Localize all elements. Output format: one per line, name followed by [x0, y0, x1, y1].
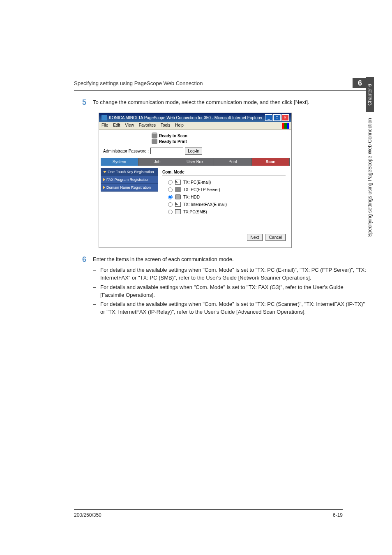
menu-help[interactable]: Help — [175, 123, 184, 129]
minimize-button[interactable]: _ — [265, 114, 272, 121]
footer-model: 200/250/350 — [74, 512, 101, 518]
menu-favorites[interactable]: Favorites — [139, 123, 156, 129]
radio-tx-hdd[interactable] — [168, 195, 173, 199]
side-tab: Chapter 6 Specifying settings using Page… — [365, 77, 375, 243]
menu-view[interactable]: View — [125, 123, 134, 129]
ie-icon — [101, 115, 107, 120]
tab-scan[interactable]: Scan — [252, 158, 290, 166]
page-footer: 200/250/350 6-19 — [74, 509, 343, 518]
cancel-button[interactable]: Cancel — [265, 234, 286, 241]
titlebar: KONICA MINOLTA PageScope Web Connection … — [99, 113, 291, 122]
step-text-5: To change the communication mode, select… — [93, 98, 309, 107]
next-button[interactable]: Next — [247, 234, 263, 241]
smb-icon — [175, 209, 181, 214]
radio-tx-pc-ftp[interactable] — [168, 187, 173, 192]
hdd-icon — [175, 194, 181, 199]
login-button[interactable]: Log-in — [185, 147, 202, 155]
ie-flag-icon — [282, 123, 289, 129]
admin-password-label: Administrator Password : — [103, 149, 149, 153]
printer-icon — [152, 139, 157, 144]
ie-menubar: File Edit View Favorites Tools Help — [99, 122, 291, 130]
chevron-down-icon — [103, 171, 106, 173]
step6-bullet-3: For details and the available settings w… — [93, 301, 367, 316]
side-chapter-title: Specifying settings using PageScope Web … — [366, 112, 374, 243]
sidebar-item-onetouch[interactable]: One-Touch Key Registration — [101, 168, 158, 176]
chevron-right-icon — [103, 186, 105, 189]
tab-job[interactable]: Job — [138, 158, 176, 166]
step-text-6: Enter the items in the screen of each co… — [93, 255, 234, 264]
page-header: Specifying settings using PageScope Web … — [74, 78, 367, 91]
sidebar-item-domain[interactable]: Domain Name Registration — [101, 184, 158, 192]
window-title: KONICA MINOLTA PageScope Web Connection … — [109, 116, 263, 120]
step-number-6: 6 — [74, 255, 86, 264]
label-tx-hdd: TX: HDD — [183, 195, 200, 199]
chevron-right-icon — [103, 178, 105, 181]
footer-pagenum: 6-19 — [333, 512, 343, 518]
menu-edit[interactable]: Edit — [113, 123, 120, 129]
maximize-button[interactable]: □ — [273, 114, 281, 121]
sidebar-item-faxprogram[interactable]: FAX Program Registration — [101, 176, 158, 184]
step-number-5: 5 — [74, 98, 86, 107]
status-ready-scan: Ready to Scan — [152, 133, 187, 138]
ie-window: KONICA MINOLTA PageScope Web Connection … — [99, 113, 292, 248]
label-tx-pc-ftp: TX: PC(FTP Server) — [183, 187, 220, 192]
mail-icon — [175, 202, 181, 207]
header-breadcrumb: Specifying settings using PageScope Web … — [74, 80, 203, 86]
tab-print[interactable]: Print — [214, 158, 252, 166]
label-tx-internetfax: TX: InternetFAX(E-mail) — [183, 202, 227, 207]
menu-tools[interactable]: Tools — [161, 123, 170, 129]
menu-file[interactable]: File — [101, 123, 108, 129]
mail-icon — [175, 180, 181, 185]
tab-system[interactable]: System — [101, 158, 138, 166]
step6-bullet-1: For details and the available settings w… — [93, 266, 367, 282]
label-tx-pc-email: TX: PC(E-mail) — [183, 180, 211, 185]
radio-tx-pc-smb[interactable] — [168, 210, 173, 214]
radio-tx-internetfax[interactable] — [168, 202, 173, 207]
ftp-icon — [175, 187, 181, 192]
label-tx-pc-smb: TX:PC(SMB) — [183, 210, 207, 214]
radio-tx-pc-email[interactable] — [168, 180, 173, 185]
panel-heading: Com. Mode — [162, 170, 286, 176]
close-button[interactable]: ✕ — [281, 114, 289, 121]
side-chapter-label: Chapter 6 — [366, 77, 374, 112]
step6-bullet-2: For details and available settings when … — [93, 284, 367, 299]
tab-userbox[interactable]: User Box — [176, 158, 214, 166]
admin-password-input[interactable] — [150, 148, 183, 154]
status-ready-print: Ready to Print — [152, 139, 187, 144]
